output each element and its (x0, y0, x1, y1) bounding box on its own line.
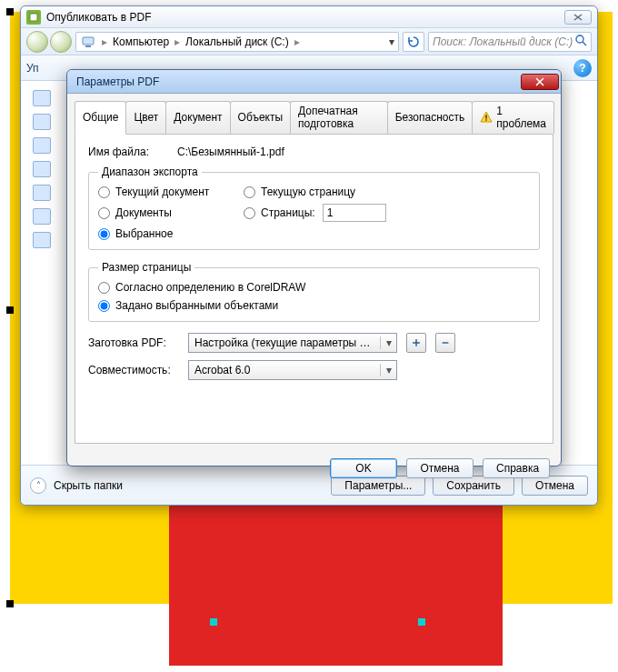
svg-rect-2 (85, 45, 91, 47)
radio-size-corel[interactable]: Согласно определению в CorelDRAW (98, 281, 530, 294)
combo-text: Acrobat 6.0 (189, 364, 380, 376)
pages-input[interactable] (323, 204, 386, 222)
compat-row: Совместимость: Acrobat 6.0 ▾ (88, 360, 540, 380)
preset-row: Заготовка PDF: Настройка (текущие параме… (88, 333, 540, 353)
chevron-down-icon: ▾ (380, 364, 396, 376)
page-size-group: Размер страницы Согласно определению в C… (88, 261, 540, 322)
selection-handle[interactable] (6, 306, 14, 314)
window-title: Опубликовать в PDF (46, 11, 564, 24)
tab-prepress[interactable]: Допечатная подготовка (290, 101, 388, 134)
radio-label: Задано выбранными объектами (115, 299, 278, 312)
radio-current-page[interactable]: Текущую страницу (244, 186, 530, 198)
tab-objects[interactable]: Объекты (230, 101, 292, 134)
computer-icon (80, 34, 96, 50)
tab-label: 1 проблема (496, 105, 546, 130)
search-placeholder: Поиск: Локальный диск (C:) (433, 35, 573, 48)
svg-rect-5 (486, 115, 487, 119)
pdf-settings-titlebar[interactable]: Параметры PDF (67, 70, 561, 94)
chevron-down-icon: ▾ (380, 336, 396, 349)
tab-label: Безопасность (395, 111, 465, 124)
tab-label: Объекты (238, 111, 284, 124)
filename-label: Имя файла: (88, 145, 168, 158)
tab-body-general: Имя файла: C:\Безымянный-1.pdf Диапазон … (75, 135, 553, 444)
refresh-button[interactable] (403, 32, 424, 52)
breadcrumb-part[interactable]: Локальный диск (C:) (182, 35, 293, 48)
nav-back-button[interactable] (26, 31, 48, 53)
sidebar-item-icon[interactable] (33, 208, 51, 225)
close-button[interactable] (521, 74, 559, 90)
svg-rect-1 (83, 37, 94, 45)
radio-label: Документы (115, 206, 172, 219)
sidebar-item-icon[interactable] (33, 90, 51, 106)
chevron-right-icon: ▸ (100, 35, 109, 48)
sidebar-strip (28, 83, 55, 461)
titlebar[interactable]: Опубликовать в PDF (21, 6, 597, 28)
tab-label: Общие (83, 111, 118, 124)
export-range-legend: Диапазон экспорта (98, 165, 202, 178)
breadcrumb-part[interactable]: Компьютер (109, 35, 173, 48)
sidebar-item-icon[interactable] (33, 114, 51, 130)
hide-folders-toggle-icon[interactable]: ˄ (30, 477, 46, 494)
pdf-window-icon (26, 10, 41, 25)
sidebar-item-icon[interactable] (33, 185, 51, 201)
compat-combobox[interactable]: Acrobat 6.0 ▾ (188, 360, 397, 380)
radio-label: Согласно определению в CorelDRAW (115, 281, 305, 294)
radio-current-document[interactable]: Текущий документ (98, 186, 225, 198)
tab-label: Документ (174, 111, 222, 124)
radio-size-objects[interactable]: Задано выбранными объектами (98, 299, 530, 312)
filename-value: C:\Безымянный-1.pdf (177, 145, 284, 158)
pdf-settings-dialog: Параметры PDF Общие Цвет Документ Объект… (66, 69, 562, 466)
sidebar-item-icon[interactable] (33, 137, 51, 154)
toolbar-label[interactable]: Уп (26, 62, 39, 75)
add-preset-button[interactable]: ＋ (406, 333, 426, 353)
radio-label: Текущую страницу (261, 186, 355, 198)
compat-label: Совместимость: (88, 364, 179, 376)
sidebar-item-icon[interactable] (33, 232, 51, 248)
selection-handle[interactable] (6, 600, 14, 607)
radio-pages[interactable]: Страницы: (244, 206, 315, 219)
ok-button[interactable]: OK (330, 458, 397, 478)
radio-label: Страницы: (261, 206, 315, 219)
search-icon[interactable] (574, 34, 587, 49)
dialog-buttons: OK Отмена Справка (67, 451, 561, 487)
search-input[interactable]: Поиск: Локальный диск (C:) (428, 32, 592, 52)
filename-row: Имя файла: C:\Безымянный-1.pdf (88, 145, 540, 158)
sidebar-item-icon[interactable] (33, 161, 51, 177)
page-size-legend: Размер страницы (98, 261, 194, 274)
svg-rect-0 (30, 14, 37, 21)
tab-general[interactable]: Общие (75, 101, 126, 135)
radio-documents[interactable]: Документы (98, 206, 225, 219)
nav-bar: ▸ Компьютер ▸ Локальный диск (C:) ▸ ▾ По… (21, 28, 597, 55)
selection-handle[interactable] (210, 618, 217, 626)
warning-icon (480, 111, 493, 124)
help-button[interactable]: Справка (483, 458, 550, 478)
selection-handle[interactable] (418, 618, 425, 626)
radio-label: Выбранное (115, 227, 173, 240)
close-window-button[interactable] (564, 10, 592, 25)
nav-forward-button[interactable] (50, 31, 72, 53)
chevron-right-icon: ▸ (293, 35, 302, 48)
svg-line-4 (583, 42, 586, 45)
radio-selection[interactable]: Выбранное (98, 227, 225, 240)
red-shape (169, 487, 503, 666)
tab-label: Цвет (134, 111, 158, 124)
selection-handle[interactable] (6, 8, 14, 15)
radio-label: Текущий документ (115, 186, 209, 198)
dialog-title: Параметры PDF (76, 75, 159, 88)
tab-problem[interactable]: 1 проблема (472, 101, 554, 134)
breadcrumb-dropdown-icon[interactable]: ▾ (385, 35, 398, 48)
remove-preset-button[interactable]: － (435, 333, 455, 353)
tab-document[interactable]: Документ (165, 101, 230, 134)
help-button[interactable]: ? (573, 59, 592, 77)
tab-label: Допечатная подготовка (298, 105, 380, 130)
svg-rect-6 (486, 119, 487, 120)
chevron-right-icon: ▸ (173, 35, 182, 48)
svg-point-3 (576, 35, 583, 43)
cancel-button[interactable]: Отмена (406, 458, 473, 478)
tab-security[interactable]: Безопасность (387, 101, 473, 134)
preset-combobox[interactable]: Настройка (текущие параметры не с... ▾ (188, 333, 397, 353)
tab-color[interactable]: Цвет (125, 101, 166, 134)
preset-label: Заготовка PDF: (88, 336, 179, 349)
breadcrumb[interactable]: ▸ Компьютер ▸ Локальный диск (C:) ▸ ▾ (75, 32, 399, 52)
export-range-group: Диапазон экспорта Текущий документ Текущ… (88, 165, 540, 250)
